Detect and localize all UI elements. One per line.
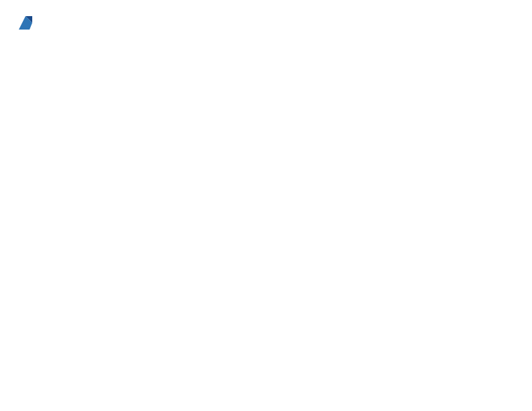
logo xyxy=(13,13,35,32)
logo-icon xyxy=(16,13,35,32)
page-header xyxy=(13,13,519,32)
